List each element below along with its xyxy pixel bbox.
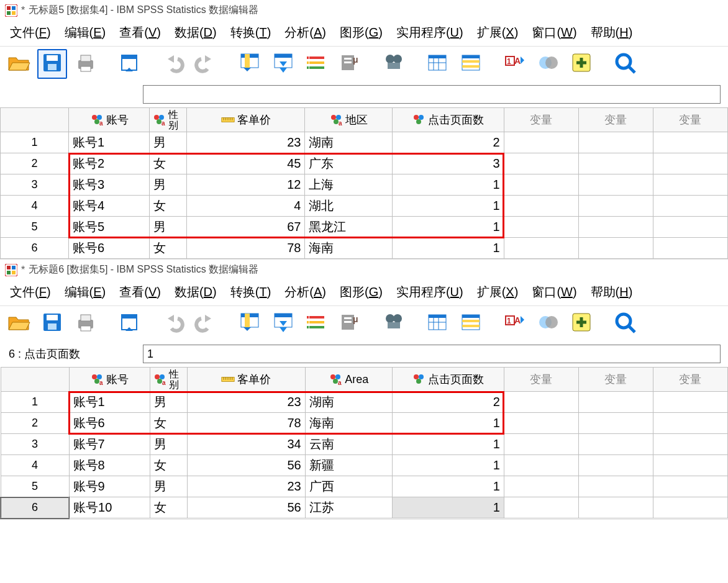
select-cases-icon-button[interactable] <box>422 49 452 79</box>
current-cell-value-input[interactable] <box>143 85 721 104</box>
empty-cell[interactable] <box>504 153 578 174</box>
cell-price[interactable]: 23 <box>187 132 305 153</box>
menu-item[interactable]: 图形(G) <box>340 284 383 301</box>
cell-account[interactable]: 账号1 <box>69 132 150 153</box>
cell-price[interactable]: 12 <box>187 174 305 196</box>
run-icon-button[interactable]: μ <box>335 49 365 79</box>
empty-cell[interactable] <box>653 217 727 238</box>
cell-clicks[interactable]: 1 <box>392 476 504 497</box>
row-header[interactable]: 4 <box>1 196 69 217</box>
row-header[interactable]: 2 <box>1 413 69 434</box>
menu-item[interactable]: 图形(G) <box>340 24 383 41</box>
find-icon-button[interactable] <box>379 49 409 79</box>
col-header-empty[interactable]: 变量 <box>504 108 578 132</box>
cell-clicks[interactable]: 1 <box>392 497 504 518</box>
row-header[interactable]: 3 <box>1 434 69 455</box>
cell-sex[interactable]: 女 <box>150 413 187 434</box>
cell-price[interactable]: 78 <box>187 413 305 434</box>
empty-cell[interactable] <box>578 476 653 497</box>
cell-account[interactable]: 账号6 <box>69 238 150 259</box>
empty-cell[interactable] <box>578 153 653 174</box>
empty-cell[interactable] <box>653 455 727 476</box>
cell-area[interactable]: 广东 <box>305 153 392 174</box>
menu-item[interactable]: 实用程序(U) <box>396 284 463 301</box>
empty-cell[interactable] <box>653 238 727 259</box>
row-header[interactable]: 4 <box>1 455 69 476</box>
add-icon-button[interactable] <box>566 49 596 79</box>
row-header[interactable]: 3 <box>1 174 69 196</box>
cell-account[interactable]: 账号8 <box>69 455 150 476</box>
menu-item[interactable]: 实用程序(U) <box>396 24 463 41</box>
cell-account[interactable]: 账号6 <box>69 413 150 434</box>
menu-item[interactable]: 查看(V) <box>119 284 161 301</box>
empty-cell[interactable] <box>504 392 578 413</box>
menu-item[interactable]: 查看(V) <box>119 24 161 41</box>
row-header[interactable]: 6 <box>1 238 69 259</box>
cell-clicks[interactable]: 1 <box>392 455 504 476</box>
save-icon-button[interactable] <box>37 309 67 338</box>
variables-icon-button[interactable] <box>302 49 332 79</box>
empty-cell[interactable] <box>504 196 578 217</box>
cell-sex[interactable]: 女 <box>150 455 187 476</box>
menu-item[interactable]: 文件(F) <box>10 24 51 41</box>
variables-icon-button[interactable] <box>302 309 332 338</box>
goto-case-icon-button[interactable] <box>268 309 298 338</box>
empty-cell[interactable] <box>504 434 578 455</box>
cell-sex[interactable]: 男 <box>150 392 187 413</box>
col-header-price[interactable]: 客单价 <box>187 368 305 392</box>
empty-cell[interactable] <box>504 174 578 196</box>
cell-clicks[interactable]: 1 <box>392 434 504 455</box>
empty-cell[interactable] <box>578 238 653 259</box>
empty-cell[interactable] <box>653 196 727 217</box>
col-header-account[interactable]: a账号 <box>69 368 150 392</box>
search-big-icon-button[interactable] <box>610 309 640 338</box>
cell-area[interactable]: 江苏 <box>305 497 392 518</box>
select-cases-icon-button[interactable] <box>422 309 452 338</box>
empty-cell[interactable] <box>653 413 727 434</box>
cell-area[interactable]: 湖北 <box>305 196 392 217</box>
empty-cell[interactable] <box>653 476 727 497</box>
menu-item[interactable]: 窗口(W) <box>532 24 576 41</box>
empty-cell[interactable] <box>578 174 653 196</box>
col-header-price[interactable]: 客单价 <box>187 108 305 132</box>
cell-account[interactable]: 账号4 <box>69 196 150 217</box>
cell-clicks[interactable]: 2 <box>392 132 504 153</box>
use-sets-icon-button[interactable] <box>533 49 563 79</box>
cell-clicks[interactable]: 1 <box>392 413 504 434</box>
empty-cell[interactable] <box>578 455 653 476</box>
col-header-sex[interactable]: a性别 <box>150 108 187 132</box>
empty-cell[interactable] <box>504 132 578 153</box>
redo-icon-button[interactable] <box>191 49 221 79</box>
cell-price[interactable]: 56 <box>187 455 305 476</box>
empty-cell[interactable] <box>578 413 653 434</box>
col-header-area[interactable]: a地区 <box>305 108 392 132</box>
empty-cell[interactable] <box>578 392 653 413</box>
menu-item[interactable]: 编辑(E) <box>65 284 106 301</box>
cell-sex[interactable]: 男 <box>150 434 187 455</box>
row-header[interactable]: 1 <box>1 392 69 413</box>
cell-area[interactable]: 黑龙江 <box>305 217 392 238</box>
cell-account[interactable]: 账号2 <box>69 153 150 174</box>
empty-cell[interactable] <box>504 413 578 434</box>
menu-item[interactable]: 帮助(H) <box>591 24 633 41</box>
col-header-empty[interactable]: 变量 <box>653 368 727 392</box>
col-header-area[interactable]: aArea <box>305 368 392 392</box>
col-header-empty[interactable]: 变量 <box>653 108 727 132</box>
cell-sex[interactable]: 男 <box>150 174 187 196</box>
empty-cell[interactable] <box>653 497 727 518</box>
col-header-empty[interactable]: 变量 <box>504 368 578 392</box>
menu-item[interactable]: 扩展(X) <box>477 24 519 41</box>
value-labels-icon-button[interactable]: 1A <box>499 49 529 79</box>
undo-icon-button[interactable] <box>158 49 188 79</box>
col-header-clicks[interactable]: 点击页面数 <box>392 368 504 392</box>
empty-cell[interactable] <box>504 476 578 497</box>
menu-item[interactable]: 扩展(X) <box>477 284 519 301</box>
cell-clicks[interactable]: 2 <box>392 392 504 413</box>
save-icon-button[interactable] <box>37 49 67 79</box>
col-header-empty[interactable]: 变量 <box>578 368 653 392</box>
weight-cases-icon-button[interactable] <box>456 49 486 79</box>
cell-clicks[interactable]: 1 <box>392 174 504 196</box>
cell-sex[interactable]: 男 <box>150 217 187 238</box>
weight-cases-icon-button[interactable] <box>456 309 486 338</box>
run-icon-button[interactable]: μ <box>335 309 365 338</box>
